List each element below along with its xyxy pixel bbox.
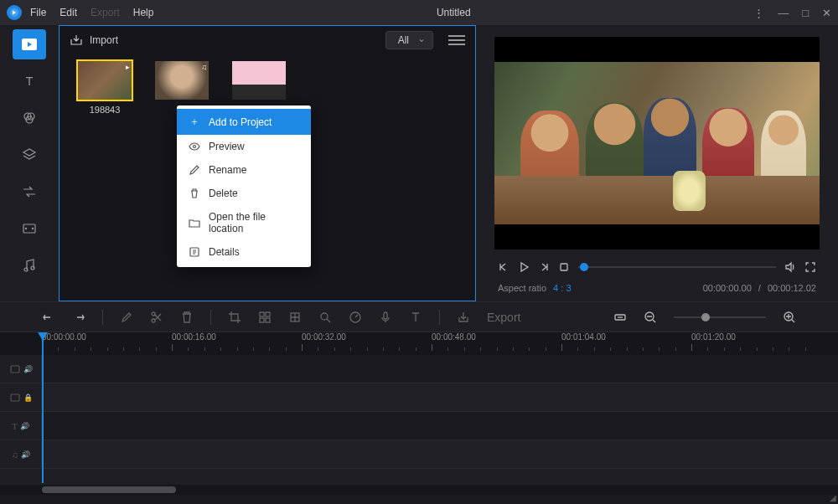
zoom-out-button[interactable] [644,311,657,324]
tab-elements[interactable] [13,213,46,244]
next-frame-button[interactable] [538,261,550,273]
ctx-open-location[interactable]: Open the file location [177,205,311,240]
tab-text[interactable]: T [13,66,46,96]
menu-help[interactable]: Help [133,7,154,18]
minimize-button[interactable]: — [778,7,789,19]
import-button[interactable]: Import [90,34,118,46]
ctx-preview[interactable]: Preview [177,135,311,158]
ctx-add-to-project[interactable]: ＋ Add to Project [177,109,311,135]
ctx-delete[interactable]: Delete [177,182,311,205]
svg-point-21 [321,313,328,320]
maximize-button[interactable]: □ [802,7,809,19]
fullscreen-button[interactable] [804,261,816,273]
svg-rect-17 [266,312,270,316]
menu-bar: File Edit Export Help [30,7,153,18]
edit-tool[interactable] [120,311,133,324]
svg-point-7 [25,228,26,229]
zoom-slider[interactable] [674,316,766,318]
timeline-scrollbar[interactable] [0,485,838,495]
info-icon [189,246,200,258]
svg-point-9 [24,268,28,271]
undo-button[interactable] [42,311,55,324]
svg-rect-16 [260,312,264,316]
ruler-mark: 00:00:32.00 [302,332,346,342]
tab-transitions[interactable] [13,177,46,207]
track-head[interactable]: 🔊 [0,355,42,383]
music-badge-icon: ♫ [201,63,207,71]
menu-export: Export [91,7,120,18]
volume-button[interactable] [784,261,796,273]
media-panel: Import All ▸ 198843 ♫ 20.png ＋ Add to P [59,25,476,301]
export-icon [457,311,470,324]
scrollbar-thumb[interactable] [42,486,176,493]
play-button[interactable] [518,261,530,273]
ruler-mark: 00:01:20.00 [691,332,736,342]
text-tool[interactable] [409,311,422,324]
zoom-tool[interactable] [318,311,332,324]
aspect-ratio-value[interactable]: 4 : 3 [553,283,571,293]
folder-icon [189,217,200,229]
svg-rect-27 [11,366,19,373]
media-item[interactable]: ▸ 198843 [78,61,132,115]
preview-seek-slider[interactable] [578,266,776,268]
prev-frame-button[interactable] [498,261,510,273]
ctx-rename[interactable]: Rename [177,158,311,182]
redo-button[interactable] [72,311,85,324]
ruler-mark: 00:00:48.00 [432,332,476,342]
pip-track[interactable]: 🔒 [0,383,838,412]
playhead[interactable] [42,332,44,483]
export-button[interactable]: Export [487,311,520,324]
lock-icon[interactable]: 🔒 [23,393,33,402]
preview-video[interactable] [494,37,820,249]
delete-button[interactable] [180,311,194,324]
speed-button[interactable] [349,311,362,324]
svg-point-11 [194,146,196,148]
mute-icon[interactable]: 🔊 [21,450,30,459]
zoom-in-button[interactable] [783,311,796,324]
menu-file[interactable]: File [30,7,46,18]
crop-button[interactable] [228,311,241,324]
preview-controls [494,255,820,280]
pencil-icon [189,164,200,176]
resize-grip[interactable]: ◢ [830,493,836,502]
timeline-ruler[interactable]: 00:00:00.0000:00:16.0000:00:32.0000:00:4… [0,332,838,355]
svg-rect-18 [260,318,264,322]
filter-dropdown[interactable]: All [385,31,433,49]
freeze-button[interactable] [288,311,302,324]
ctx-details[interactable]: Details [177,240,311,264]
tab-overlays[interactable] [13,140,46,170]
mosaic-button[interactable] [258,311,272,324]
time-total: 00:00:12.02 [768,283,816,293]
fit-timeline-button[interactable] [613,311,627,324]
trash-icon [189,188,200,199]
video-track[interactable]: 🔊 [0,355,838,383]
menu-edit[interactable]: Edit [59,7,77,18]
tab-media[interactable] [13,29,46,59]
media-item-label: 198843 [90,105,121,115]
track-head[interactable]: ♫🔊 [0,440,42,468]
track-head[interactable]: 🔒 [0,383,42,411]
left-sidebar: T [0,25,59,301]
preview-panel: Aspect ratio 4 : 3 00:00:00.00 / 00:00:1… [476,25,838,301]
text-track[interactable]: T🔊 [0,412,838,440]
close-button[interactable]: ✕ [822,7,831,19]
ruler-mark: 00:00:16.00 [172,332,216,342]
video-badge-icon: ▸ [126,63,130,71]
voiceover-button[interactable] [379,311,392,324]
time-separator: / [758,283,761,293]
mute-icon[interactable]: 🔊 [23,365,33,373]
title-bar: File Edit Export Help Untitled ⋮ — □ ✕ [0,0,838,25]
svg-point-14 [152,312,155,316]
svg-point-10 [31,266,34,270]
eye-icon [189,141,200,152]
tab-filters[interactable] [13,103,46,133]
track-head[interactable]: T🔊 [0,412,42,440]
app-logo [7,5,22,20]
stop-button[interactable] [558,261,570,273]
list-view-toggle[interactable] [448,32,465,49]
split-button[interactable] [150,311,163,324]
audio-track[interactable]: ♫🔊 [0,440,838,469]
tab-music[interactable] [13,250,46,280]
more-icon[interactable]: ⋮ [753,7,764,19]
mute-icon[interactable]: 🔊 [20,422,29,430]
